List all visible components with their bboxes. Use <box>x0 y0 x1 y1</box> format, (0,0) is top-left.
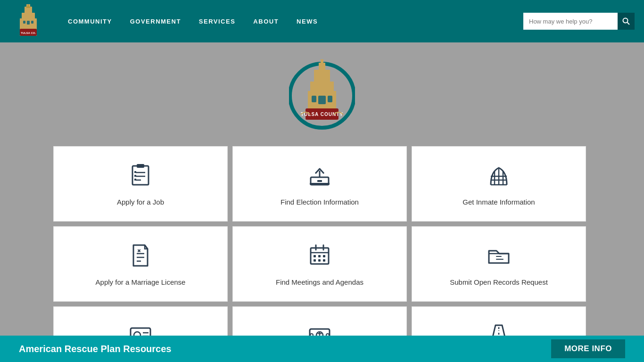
site-header: TULSA CO. COMMUNITY GOVERNMENT SERVICES … <box>0 0 644 42</box>
svg-rect-51 <box>323 255 325 257</box>
center-logo: TULSA COUNTY <box>289 57 355 132</box>
banner-text: American Rescue Plan Resources <box>19 344 551 354</box>
svg-rect-5 <box>27 21 30 25</box>
card-label-find-election: Find Election Information <box>281 198 359 206</box>
svg-text:TULSA CO.: TULSA CO. <box>21 32 36 34</box>
svg-point-10 <box>623 18 628 23</box>
svg-rect-32 <box>317 180 322 182</box>
clipboard-icon <box>128 162 153 191</box>
svg-rect-29 <box>134 175 136 177</box>
card-open-records[interactable]: Submit Open Records Request <box>412 226 586 302</box>
card-find-election[interactable]: Find Election Information <box>232 146 407 222</box>
svg-rect-28 <box>134 171 136 173</box>
main-content: TULSA COUNTY Apply for a Job Find Electi… <box>0 42 644 362</box>
card-label-meetings-agendas: Find Meetings and Agendas <box>276 278 363 286</box>
cards-grid: Apply for a Job Find Election Informatio… <box>53 146 591 362</box>
main-nav: COMMUNITY GOVERNMENT SERVICES ABOUT NEWS <box>61 14 523 29</box>
header-logo[interactable]: TULSA CO. <box>9 2 47 40</box>
card-inmate-info[interactable]: Get Inmate Information <box>412 146 586 222</box>
svg-rect-6 <box>23 21 25 24</box>
card-label-marriage-license: Apply for a Marriage License <box>96 278 186 286</box>
svg-rect-18 <box>318 96 326 104</box>
search-area <box>523 13 635 30</box>
folder-icon <box>486 242 512 272</box>
card-apply-job[interactable]: Apply for a Job <box>53 146 228 222</box>
svg-rect-33 <box>310 183 330 185</box>
svg-rect-30 <box>134 179 136 181</box>
svg-rect-53 <box>318 259 321 262</box>
svg-rect-49 <box>314 255 316 257</box>
svg-line-11 <box>627 23 630 25</box>
nav-government[interactable]: GOVERNMENT <box>124 14 188 29</box>
calendar-icon <box>307 242 332 272</box>
search-input[interactable] <box>523 13 618 30</box>
svg-rect-20 <box>328 96 332 102</box>
svg-rect-52 <box>314 259 316 262</box>
svg-rect-7 <box>31 21 33 24</box>
nav-community[interactable]: COMMUNITY <box>61 14 119 29</box>
more-info-button[interactable]: MORE INFO <box>551 339 625 358</box>
card-label-open-records: Submit Open Records Request <box>450 278 548 286</box>
svg-rect-19 <box>312 96 316 102</box>
bottom-banner: American Rescue Plan Resources MORE INFO <box>0 336 644 362</box>
nav-news[interactable]: NEWS <box>290 14 324 29</box>
card-meetings-agendas[interactable]: Find Meetings and Agendas <box>232 226 407 302</box>
card-label-inmate-info: Get Inmate Information <box>462 198 535 206</box>
search-button[interactable] <box>618 13 635 30</box>
card-marriage-license[interactable]: Apply for a Marriage License <box>53 226 228 302</box>
card-label-apply-job: Apply for a Job <box>117 198 164 206</box>
nav-services[interactable]: SERVICES <box>192 14 242 29</box>
prison-icon <box>486 162 512 191</box>
svg-rect-24 <box>137 164 144 168</box>
document-icon <box>128 242 153 272</box>
vote-icon <box>307 162 332 191</box>
svg-rect-54 <box>323 259 325 262</box>
svg-rect-50 <box>318 255 321 257</box>
svg-rect-17 <box>321 59 323 66</box>
nav-about[interactable]: ABOUT <box>247 14 285 29</box>
